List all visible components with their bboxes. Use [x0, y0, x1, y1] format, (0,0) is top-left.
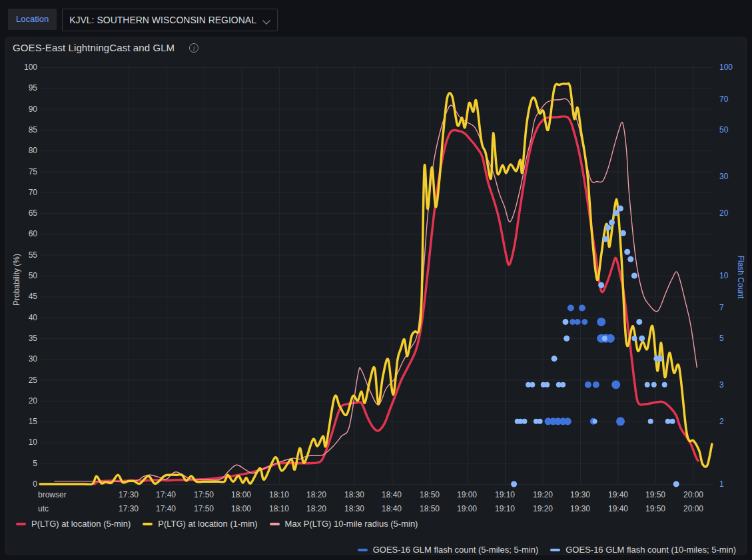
legend-swatch-icon [143, 523, 153, 525]
y-left-tick-90: 90 [12, 105, 37, 114]
x-tick-browser-17:50: 17:50 [188, 490, 220, 499]
y-left-tick-5: 5 [12, 459, 37, 468]
legend-label: GOES-16 GLM flash count (5-miles; 5-min) [373, 545, 539, 555]
y-left-tick-85: 85 [12, 125, 37, 135]
y-left-tick-25: 25 [12, 376, 37, 385]
y-right-tick-1: 1 [719, 479, 724, 489]
x-tick-browser-18:30: 18:30 [338, 490, 370, 499]
x-tick-utc-18:30: 18:30 [338, 504, 370, 513]
y-right-tick-2: 2 [719, 417, 724, 426]
legend-label: P(LTG) at location (1-min) [158, 519, 257, 529]
location-dropdown-value: KJVL: SOUTHERN WISCONSIN REGIONAL [69, 15, 256, 25]
y-left-tick-0: 0 [12, 479, 37, 489]
x-tick-browser-19:00: 19:00 [451, 490, 483, 499]
x-tick-browser-18:50: 18:50 [414, 490, 446, 499]
y-left-tick-15: 15 [12, 417, 37, 426]
x-tick-utc-19:10: 19:10 [489, 504, 521, 513]
info-icon[interactable]: i [189, 43, 198, 53]
legend-swatch-icon [550, 549, 560, 551]
x-tick-utc-19:50: 19:50 [639, 504, 671, 513]
x-tick-browser-18:10: 18:10 [263, 490, 295, 499]
legend-label: GOES-16 GLM flash count (10-miles; 5-min… [565, 545, 736, 555]
location-label: Location [8, 9, 57, 30]
y-right-tick-20: 20 [719, 208, 728, 218]
y-left-tick-20: 20 [12, 396, 37, 406]
legend-item[interactable]: P(LTG) at location (1-min) [143, 519, 257, 529]
y-right-tick-50: 50 [719, 125, 728, 135]
y-left-tick-40: 40 [12, 313, 37, 322]
y-left-tick-45: 45 [12, 292, 37, 301]
y-left-tick-50: 50 [12, 271, 37, 280]
legend-item[interactable]: P(LTG) at location (5-min) [16, 519, 131, 529]
dashboard-page: { "topbar": { "location_label": "Locatio… [0, 0, 752, 560]
x-tick-browser-18:20: 18:20 [300, 490, 332, 499]
legend-swatch-icon [16, 523, 26, 525]
x-tick-utc-17:30: 17:30 [113, 504, 145, 513]
x-tick-utc-19:40: 19:40 [602, 504, 634, 513]
location-variable: Location KJVL: SOUTHERN WISCONSIN REGION… [8, 9, 278, 31]
y-left-tick-65: 65 [12, 208, 37, 218]
legend-label: P(LTG) at location (5-min) [31, 519, 131, 529]
y-left-tick-60: 60 [12, 229, 37, 238]
x-tick-utc-17:50: 17:50 [188, 504, 220, 513]
x-tick-browser-19:20: 19:20 [527, 490, 559, 499]
x-tick-browser-17:30: 17:30 [113, 490, 145, 499]
y-left-tick-35: 35 [12, 334, 37, 343]
x-tick-utc-19:20: 19:20 [527, 504, 559, 513]
y-left-tick-95: 95 [12, 83, 37, 93]
x-tick-utc-18:50: 18:50 [414, 504, 446, 513]
y-right-tick-7: 7 [719, 303, 724, 312]
legend-swatch-icon [270, 523, 280, 525]
y-right-tick-100: 100 [719, 63, 733, 72]
y-axis-right-title: Flash Count [736, 256, 745, 299]
y-right-tick-3: 3 [719, 380, 724, 390]
y-left-tick-70: 70 [12, 188, 37, 197]
x-tick-browser-19:30: 19:30 [564, 490, 596, 499]
legend-label: Max P(LTG) 10-mile radius (5-min) [285, 519, 418, 529]
location-dropdown[interactable]: KJVL: SOUTHERN WISCONSIN REGIONAL [62, 9, 278, 31]
x-tick-browser-18:00: 18:00 [225, 490, 257, 499]
y-left-tick-100: 100 [12, 63, 37, 72]
top-bar: Location KJVL: SOUTHERN WISCONSIN REGION… [0, 0, 752, 37]
x-tick-utc-18:20: 18:20 [300, 504, 332, 513]
x-axis-row-label-utc: utc [38, 504, 49, 513]
chevron-down-icon [263, 17, 270, 24]
panel-title[interactable]: GOES-East LightningCast and GLM [13, 42, 175, 53]
x-tick-browser-17:40: 17:40 [150, 490, 182, 499]
y-right-tick-70: 70 [719, 95, 728, 104]
x-tick-utc-19:00: 19:00 [451, 504, 483, 513]
panel-header: GOES-East LightningCast and GLM i [13, 42, 198, 53]
chart-panel: GOES-East LightningCast and GLM i [5, 37, 747, 555]
x-tick-browser-19:40: 19:40 [602, 490, 634, 499]
x-tick-browser-19:50: 19:50 [639, 490, 671, 499]
legend-item[interactable]: GOES-16 GLM flash count (10-miles; 5-min… [550, 545, 736, 555]
y-left-tick-80: 80 [12, 146, 37, 155]
y-left-tick-30: 30 [12, 354, 37, 364]
legend-swatch-icon [358, 549, 368, 551]
y-left-tick-75: 75 [12, 167, 37, 176]
x-tick-utc-18:40: 18:40 [376, 504, 408, 513]
x-tick-utc-19:30: 19:30 [564, 504, 596, 513]
legend-item[interactable]: Max P(LTG) 10-mile radius (5-min) [270, 519, 418, 529]
x-tick-utc-18:10: 18:10 [263, 504, 295, 513]
y-right-tick-10: 10 [719, 271, 728, 280]
x-tick-browser-18:40: 18:40 [376, 490, 408, 499]
y-right-tick-5: 5 [719, 334, 724, 343]
x-axis-row-label-browser: browser [38, 490, 67, 499]
legend-lines: P(LTG) at location (5-min)P(LTG) at loca… [16, 519, 418, 529]
y-left-tick-55: 55 [12, 250, 37, 260]
y-right-tick-30: 30 [719, 172, 728, 181]
legend-item[interactable]: GOES-16 GLM flash count (5-miles; 5-min) [358, 545, 539, 555]
x-tick-browser-20:00: 20:00 [677, 490, 709, 499]
x-tick-browser-19:10: 19:10 [489, 490, 521, 499]
legend-scatter: GOES-16 GLM flash count (5-miles; 5-min)… [358, 545, 736, 555]
y-left-tick-10: 10 [12, 437, 37, 447]
x-tick-utc-20:00: 20:00 [677, 504, 709, 513]
x-tick-utc-17:40: 17:40 [150, 504, 182, 513]
x-tick-utc-18:00: 18:00 [225, 504, 257, 513]
